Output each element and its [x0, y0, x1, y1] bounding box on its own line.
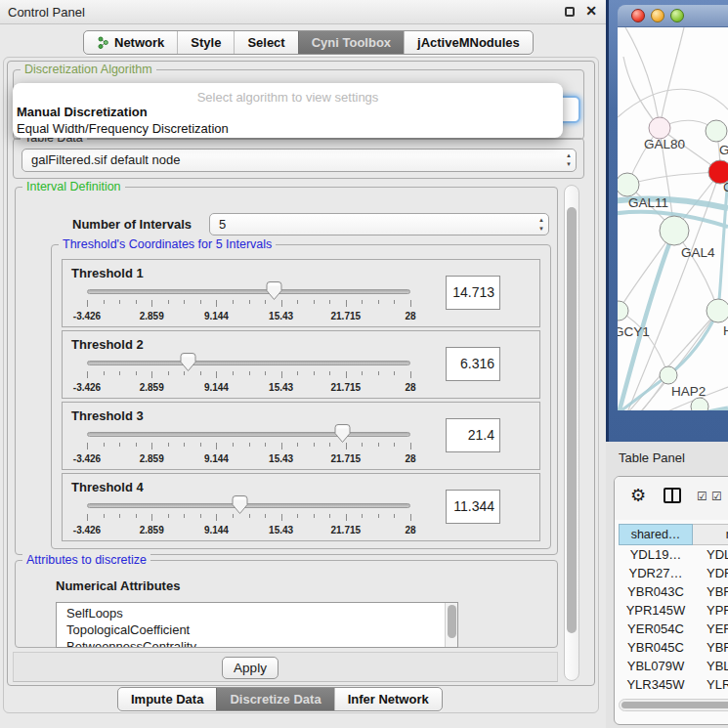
table-data-combobox[interactable]: galFiltered.sif default node ▲▼	[21, 149, 577, 172]
tick-mark	[265, 371, 266, 375]
cell-name[interactable]: YPR145W	[693, 601, 728, 620]
apply-button[interactable]: Apply	[222, 657, 278, 679]
list-item[interactable]: SelfLoops	[57, 605, 457, 621]
gear-icon[interactable]: ⚙	[630, 485, 646, 506]
network-node-green[interactable]	[618, 301, 628, 321]
threshold-panel: Threshold 26.316-3.4262.8599.14415.4321.…	[62, 330, 540, 399]
tick-mark	[314, 371, 315, 375]
table-row[interactable]: YBR045CYBR045C	[619, 638, 728, 657]
tab-style[interactable]: Style	[177, 31, 234, 54]
table-row[interactable]: YDL19…YDL19…	[619, 545, 728, 564]
tick-mark	[394, 371, 395, 375]
network-window-titlebar	[618, 5, 728, 27]
tab-discretize-data[interactable]: Discretize Data	[216, 688, 333, 710]
table-hscrollbar[interactable]	[619, 699, 728, 711]
cell-name[interactable]: YBR045C	[693, 638, 728, 657]
column-name[interactable]: name	[693, 524, 728, 545]
slider-handle-icon[interactable]	[266, 281, 282, 301]
tick-mark	[119, 371, 120, 375]
slider-handle-icon[interactable]	[232, 495, 248, 515]
tab-select[interactable]: Select	[234, 31, 297, 54]
slider-handle-icon[interactable]	[180, 353, 196, 372]
close-icon[interactable]: ✕	[585, 3, 597, 19]
network-node-green[interactable]	[660, 366, 677, 384]
cell-shared-name[interactable]: YPR145W	[619, 601, 693, 620]
tab-network[interactable]: Network	[84, 31, 177, 54]
dropdown-option-manual[interactable]: Manual Discretization	[13, 104, 563, 120]
view-tab-bar: NetworkStyleSelectCyni ToolboxjActiveMNo…	[83, 30, 534, 55]
num-intervals-combobox[interactable]: 5 ▲▼	[209, 213, 549, 236]
column-shared-name[interactable]: shared…	[619, 524, 693, 545]
cell-name[interactable]: YLR345W	[693, 675, 728, 694]
threshold-value-field[interactable]: 14.713	[446, 276, 500, 310]
table-header[interactable]: shared… name	[619, 524, 728, 545]
cell-shared-name[interactable]: YBR043C	[619, 582, 693, 601]
zoom-green-icon[interactable]	[670, 9, 684, 22]
tab-impute-data[interactable]: Impute Data	[118, 688, 216, 710]
cell-shared-name[interactable]: YDL19…	[619, 545, 693, 564]
table-row[interactable]: YBR043CYBR043C	[619, 582, 728, 601]
table-row[interactable]: YDR27…YDR27…	[619, 564, 728, 582]
table-row[interactable]: YPR145WYPR145W	[619, 601, 728, 620]
cell-name[interactable]: YDR27…	[693, 564, 728, 582]
tick-mark	[87, 443, 88, 450]
tab-label: jActiveMNodules	[417, 35, 520, 50]
table-row[interactable]: YLR345WYLR345W	[619, 675, 728, 694]
slider-track[interactable]	[87, 289, 410, 294]
network-node-pink[interactable]	[649, 117, 670, 139]
threshold-slider[interactable]: -3.4262.8599.14415.4321.71528	[87, 497, 410, 540]
cell-name[interactable]: YBR043C	[693, 582, 728, 601]
cell-name[interactable]: YDL19…	[693, 545, 728, 564]
panel-scrollbar[interactable]	[564, 185, 579, 681]
tab-infer-network[interactable]: Infer Network	[334, 688, 442, 710]
network-window: GAL80GACGAL11GAL4GCY1HHAP2	[606, 0, 728, 442]
tick-mark	[136, 300, 137, 304]
cell-name[interactable]: YBL079W	[693, 657, 728, 675]
slider-track[interactable]	[87, 361, 410, 365]
tick-mark	[216, 443, 217, 450]
threshold-slider[interactable]: -3.4262.8599.14415.4321.71528	[87, 426, 410, 469]
slider-track[interactable]	[87, 503, 410, 508]
checkbox-icon[interactable]: ☑	[711, 490, 722, 503]
attributes-listbox[interactable]: SelfLoopsTopologicalCoefficientBetweenne…	[56, 602, 458, 648]
threshold-slider[interactable]: -3.4262.8599.14415.4321.71528	[87, 283, 410, 326]
cell-name[interactable]: YER054C	[693, 620, 728, 638]
checkbox-icon[interactable]: ☑	[697, 490, 707, 503]
threshold-value-field[interactable]: 6.316	[446, 347, 500, 381]
list-item[interactable]: BetweennessCentrality	[57, 638, 457, 648]
threshold-slider[interactable]: -3.4262.8599.14415.4321.71528	[87, 355, 410, 398]
table-row[interactable]: YBL079WYBL079W	[619, 657, 728, 675]
table-row[interactable]: YER054CYER054C	[619, 620, 728, 638]
cell-shared-name[interactable]: YER054C	[619, 620, 693, 638]
network-node-green[interactable]	[618, 173, 639, 196]
float-icon[interactable]	[565, 7, 575, 17]
list-scrollbar[interactable]	[445, 603, 457, 647]
tick-mark	[168, 514, 169, 518]
cell-shared-name[interactable]: YDR27…	[619, 564, 693, 582]
columns-icon[interactable]	[664, 488, 681, 503]
cell-shared-name[interactable]: YBL079W	[619, 657, 693, 675]
threshold-value-field[interactable]: 21.4	[446, 418, 500, 452]
tab-cyni-toolbox[interactable]: Cyni Toolbox	[298, 31, 404, 54]
tick-mark	[184, 443, 185, 447]
list-item[interactable]: TopologicalCoefficient	[57, 621, 457, 638]
tick-mark	[329, 443, 330, 447]
tick-label: -3.426	[73, 311, 101, 321]
cell-shared-name[interactable]: YLR345W	[619, 675, 693, 694]
close-red-icon[interactable]	[631, 9, 645, 22]
slider-track[interactable]	[87, 432, 410, 437]
network-node-green[interactable]	[691, 398, 708, 410]
minimize-yellow-icon[interactable]	[651, 9, 664, 22]
network-node-green[interactable]	[706, 120, 727, 142]
cell-shared-name[interactable]: YBR045C	[619, 638, 693, 657]
tick-mark	[378, 443, 379, 447]
network-node-green[interactable]	[660, 216, 689, 245]
dropdown-option-equal-width[interactable]: Equal Width/Frequency Discretization	[13, 120, 563, 137]
table-panel: ⚙ ☑ ☑ shared… name YDL19…YDL19…YDR27…YDR…	[614, 476, 728, 725]
tab-jactivemnodules[interactable]: jActiveMNodules	[404, 31, 533, 54]
network-canvas[interactable]: GAL80GACGAL11GAL4GCY1HHAP2	[618, 27, 728, 410]
network-node-green[interactable]	[707, 299, 728, 322]
algorithm-group-label: Discretization Algorithm	[21, 63, 156, 76]
threshold-value-field[interactable]: 11.344	[446, 490, 500, 524]
slider-handle-icon[interactable]	[334, 424, 351, 444]
